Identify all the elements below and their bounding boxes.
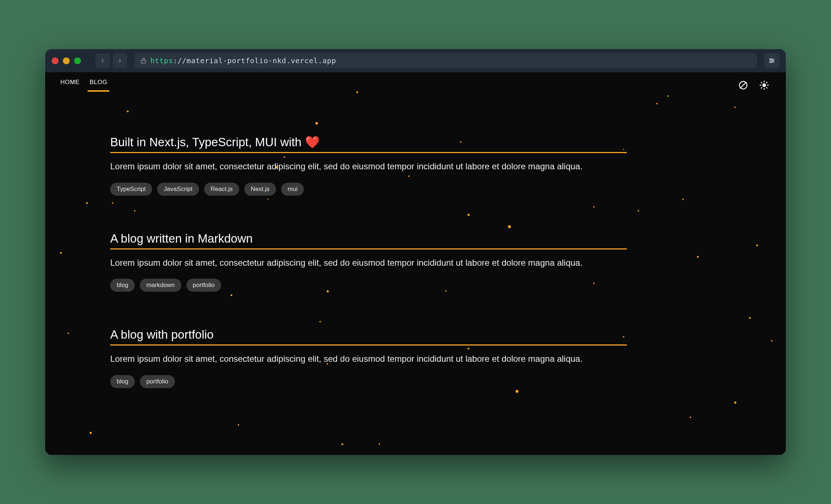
back-button[interactable] [95,53,110,68]
url-text: https://material-portfolio-nkd.vercel.ap… [150,56,336,65]
tab-blog[interactable]: BLOG [90,79,107,92]
svg-point-4 [770,58,771,60]
tab-home[interactable]: HOME [60,79,79,92]
lock-icon [140,57,147,64]
tag-chip[interactable]: portfolio [186,279,221,292]
svg-line-14 [761,82,762,83]
main-content: Built in Next.js, TypeScript, MUI with ❤… [45,92,786,453]
svg-point-6 [770,62,771,63]
window-close-button[interactable] [52,57,59,64]
browser-window: https://material-portfolio-nkd.vercel.ap… [45,49,786,455]
tag-chip[interactable]: portfolio [140,375,175,388]
nav-icons [737,79,771,92]
blog-post: A blog written in Markdown Lorem ipsum d… [110,232,627,292]
tag-chip[interactable]: markdown [140,279,181,292]
light-mode-icon[interactable] [758,79,771,92]
post-description: Lorem ipsum dolor sit amet, consectetur … [110,353,627,365]
svg-line-17 [766,82,767,83]
svg-line-8 [740,82,746,88]
svg-point-5 [772,60,773,61]
post-tags: TypeScript JavaScript React.js Next.js m… [110,183,627,196]
tag-chip[interactable]: Next.js [244,183,276,196]
tag-chip[interactable]: React.js [204,183,239,196]
browser-settings-button[interactable] [764,53,779,68]
post-tags: blog markdown portfolio [110,279,627,292]
nav-arrows [95,53,127,68]
blog-post: Built in Next.js, TypeScript, MUI with ❤… [110,135,627,196]
window-maximize-button[interactable] [74,57,81,64]
tag-chip[interactable]: mui [281,183,304,196]
do-not-disturb-icon[interactable] [737,79,750,92]
window-minimize-button[interactable] [63,57,70,64]
post-tags: blog portfolio [110,375,627,388]
top-nav: HOME BLOG [45,72,786,92]
post-title[interactable]: A blog with portfolio [110,328,627,346]
traffic-lights [52,57,81,64]
post-title[interactable]: Built in Next.js, TypeScript, MUI with ❤… [110,135,627,153]
post-description: Lorem ipsum dolor sit amet, consectetur … [110,160,627,173]
forward-button[interactable] [113,53,127,68]
blog-post: A blog with portfolio Lorem ipsum dolor … [110,328,627,388]
browser-titlebar: https://material-portfolio-nkd.vercel.ap… [45,49,786,72]
svg-rect-0 [141,60,146,63]
url-scheme: https [150,56,173,65]
tag-chip[interactable]: JavaScript [157,183,199,196]
page-body: HOME BLOG Built in Next.js, TypeScript, … [45,72,786,455]
post-title[interactable]: A blog written in Markdown [110,232,627,249]
post-description: Lorem ipsum dolor sit amet, consectetur … [110,257,627,269]
address-bar[interactable]: https://material-portfolio-nkd.vercel.ap… [134,53,757,68]
tag-chip[interactable]: blog [110,375,135,388]
tag-chip[interactable]: blog [110,279,135,292]
svg-line-16 [761,87,762,88]
svg-line-15 [766,87,767,88]
tag-chip[interactable]: TypeScript [110,183,152,196]
url-host: ://material-portfolio-nkd.vercel.app [173,56,336,65]
nav-tabs: HOME BLOG [60,79,107,92]
svg-point-9 [762,83,766,87]
